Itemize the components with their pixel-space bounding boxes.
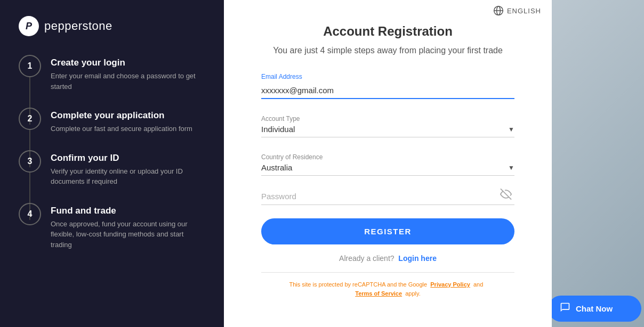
step-content-3: Confirm your ID Verify your identity onl…: [51, 150, 205, 187]
country-select[interactable]: Country of Residence Australia ▼: [261, 148, 514, 176]
steps-list: 1 Create your login Enter your email and…: [19, 55, 205, 250]
step-title-3: Confirm your ID: [51, 153, 205, 164]
email-group: Email Address: [261, 73, 514, 99]
already-client-text: Already a client?: [339, 254, 395, 263]
step-title-1: Create your login: [51, 58, 205, 68]
step-title-4: Fund and trade: [51, 206, 205, 216]
country-text: Australia: [261, 163, 292, 172]
form-subtitle: You are just 4 simple steps away from pl…: [273, 44, 503, 57]
registration-panel: ENGLISH Account Registration You are jus…: [224, 0, 552, 327]
privacy-policy-link[interactable]: Privacy Policy: [430, 281, 470, 288]
chat-bubble-icon: [560, 302, 570, 315]
country-chevron-icon: ▼: [508, 164, 514, 171]
globe-icon: [493, 5, 504, 16]
right-panel: Chat Now: [552, 0, 644, 327]
recaptcha-text: This site is protected by reCAPTCHA and …: [289, 280, 487, 298]
step-item-1: 1 Create your login Enter your email and…: [19, 55, 205, 108]
password-input[interactable]: [261, 192, 514, 201]
logo-area: P pepperstone: [19, 16, 205, 36]
step-circle-2: 2: [19, 108, 41, 130]
step-circle-4: 4: [19, 203, 41, 225]
step-desc-2: Complete our fast and secure application…: [51, 124, 192, 134]
account-type-select[interactable]: Account Type Individual ▼: [261, 110, 514, 137]
register-button[interactable]: REGISTER: [261, 218, 514, 244]
language-label[interactable]: ENGLISH: [507, 7, 541, 15]
eye-icon[interactable]: [500, 189, 512, 203]
country-value[interactable]: Australia ▼: [261, 163, 514, 172]
account-type-chevron-icon: ▼: [508, 126, 514, 133]
password-group: [261, 186, 514, 205]
step-item-3: 3 Confirm your ID Verify your identity o…: [19, 150, 205, 203]
right-panel-overlay: [552, 0, 644, 327]
account-type-label: Account Type: [261, 115, 514, 122]
left-panel: P pepperstone 1 Create your login Enter …: [0, 0, 224, 327]
chat-now-label: Chat Now: [576, 304, 613, 313]
step-desc-3: Verify your identity online or upload yo…: [51, 166, 205, 187]
email-input[interactable]: [261, 83, 514, 99]
form-container: Account Registration You are just 4 simp…: [224, 21, 552, 308]
step-item-4: 4 Fund and trade Once approved, fund you…: [19, 203, 205, 250]
step-content-1: Create your login Enter your email and c…: [51, 55, 205, 92]
tos-link[interactable]: Terms of Service: [355, 290, 402, 297]
account-type-value[interactable]: Individual ▼: [261, 125, 514, 134]
step-item-2: 2 Complete your application Complete our…: [19, 108, 205, 150]
step-desc-4: Once approved, fund your account using o…: [51, 219, 205, 250]
step-title-2: Complete your application: [51, 110, 192, 121]
chat-now-button[interactable]: Chat Now: [552, 296, 641, 322]
form-title: Account Registration: [323, 24, 453, 39]
step-desc-1: Enter your email and choose a password t…: [51, 71, 205, 92]
login-link[interactable]: Login here: [398, 254, 437, 263]
account-type-text: Individual: [261, 125, 295, 134]
country-label: Country of Residence: [261, 153, 514, 161]
language-bar: ENGLISH: [224, 0, 552, 21]
step-circle-3: 3: [19, 150, 41, 173]
step-content-2: Complete your application Complete our f…: [51, 108, 192, 134]
divider: [261, 272, 514, 273]
logo-icon: P: [19, 16, 39, 36]
account-type-group: Account Type Individual ▼: [261, 110, 514, 137]
step-content-4: Fund and trade Once approved, fund your …: [51, 203, 205, 250]
email-label: Email Address: [261, 73, 514, 80]
step-circle-1: 1: [19, 55, 41, 77]
country-group: Country of Residence Australia ▼: [261, 148, 514, 176]
logo-text: pepperstone: [44, 19, 112, 33]
login-prompt: Already a client? Login here: [339, 254, 437, 263]
